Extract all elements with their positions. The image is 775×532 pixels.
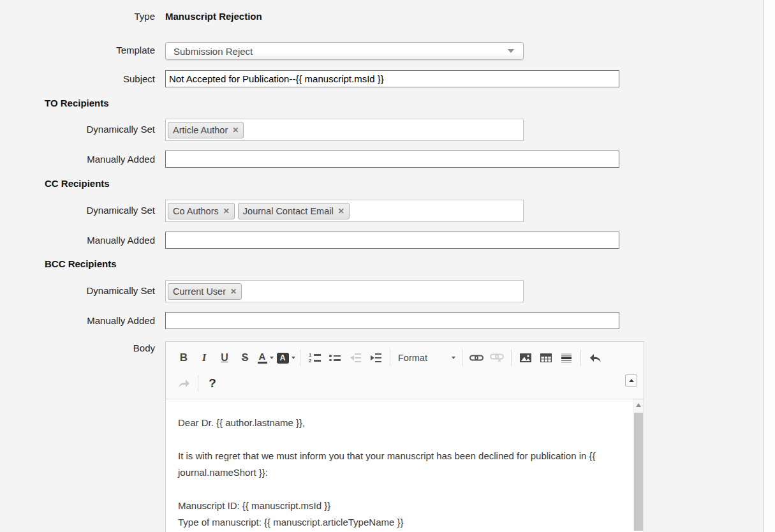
collapse-toolbar-icon (629, 379, 634, 382)
undo-icon (589, 353, 602, 363)
toolbar-separator (462, 350, 462, 366)
format-dropdown[interactable]: Format (394, 348, 458, 367)
cc-dynamic-tagbox[interactable]: Co Authors ✕ Journal Contact Email ✕ (165, 200, 524, 222)
help-button[interactable]: ? (202, 374, 223, 393)
unlink-button[interactable] (487, 348, 507, 367)
page-right-edge (764, 0, 775, 532)
undo-button[interactable] (585, 348, 605, 367)
toolbar-separator (300, 350, 300, 366)
numbered-list-icon: 1 2 (309, 353, 321, 363)
toolbar-row-1: B I U S A A 1 2 (173, 345, 638, 371)
to-manual-label: Manually Added (0, 151, 155, 165)
cc-dynamic-row: Dynamically Set Co Authors ✕ Journal Con… (0, 200, 524, 222)
increase-indent-button[interactable] (365, 348, 386, 367)
remove-tag-icon[interactable]: ✕ (223, 207, 230, 215)
insert-table-button[interactable] (536, 348, 556, 367)
remove-tag-icon[interactable]: ✕ (338, 207, 344, 215)
body-richtext-editor: B I U S A A 1 2 (165, 341, 644, 532)
bcc-manual-row: Manually Added (0, 312, 619, 329)
collapse-toolbar-button[interactable] (625, 374, 637, 387)
redo-icon (178, 379, 190, 388)
numbered-list-button[interactable]: 1 2 (304, 348, 325, 367)
recipient-tag-label: Co Authors (173, 206, 219, 216)
type-value: Manuscript Rejection (165, 11, 262, 22)
editor-toolbar: B I U S A A 1 2 (166, 342, 644, 399)
toolbar-separator (198, 375, 198, 392)
table-icon (540, 353, 552, 362)
subject-input[interactable] (165, 70, 619, 87)
to-recipients-header: TO Recipients (45, 98, 109, 108)
unlink-icon (490, 353, 504, 362)
image-icon (520, 353, 531, 362)
toolbar-row-2: ? (173, 371, 638, 396)
underline-button[interactable]: U (214, 348, 235, 367)
subject-row: Subject (0, 70, 619, 87)
background-color-icon: A (277, 353, 289, 364)
horizontal-rule-icon (561, 353, 572, 363)
bcc-dynamic-label: Dynamically Set (0, 280, 155, 297)
bold-button[interactable]: B (173, 348, 194, 367)
recipient-tag: Journal Contact Email ✕ (238, 203, 350, 219)
cc-dynamic-label: Dynamically Set (0, 200, 155, 216)
chevron-down-icon (452, 357, 455, 359)
subject-label: Subject (0, 70, 155, 85)
chevron-down-icon (292, 357, 295, 359)
body-label: Body (0, 343, 155, 354)
body-line: It is with regret that we must inform yo… (178, 448, 615, 481)
scroll-up-icon (636, 403, 641, 407)
editor-scrollbar[interactable] (633, 399, 644, 531)
bcc-manual-label: Manually Added (0, 312, 155, 327)
to-dynamic-row: Dynamically Set Article Author ✕ (0, 119, 524, 141)
bcc-dynamic-row: Dynamically Set Current User ✕ (0, 280, 524, 302)
body-line: Dear Dr. {{ author.lastname }}, (178, 415, 615, 431)
insert-image-button[interactable] (515, 348, 536, 367)
background-color-button[interactable]: A (276, 348, 296, 367)
template-selected-value: Submission Reject (173, 46, 508, 57)
to-dynamic-tagbox[interactable]: Article Author ✕ (165, 119, 524, 141)
horizontal-rule-button[interactable] (556, 348, 577, 367)
redo-button[interactable] (173, 374, 194, 393)
decrease-indent-button[interactable] (345, 348, 365, 367)
editor-body-text: Dear Dr. {{ author.lastname }}, It is wi… (166, 399, 644, 531)
link-button[interactable] (466, 348, 487, 367)
body-line: Manuscript ID: {{ manuscript.msId }} (178, 498, 615, 514)
strikethrough-button[interactable]: S (235, 348, 255, 367)
recipient-tag-label: Journal Contact Email (243, 206, 334, 216)
body-row-label: Body (0, 343, 155, 354)
to-manual-input[interactable] (165, 151, 619, 168)
type-label: Type (0, 11, 155, 22)
bulleted-list-icon (329, 355, 341, 361)
chevron-down-icon (270, 357, 274, 359)
recipient-tag: Current User ✕ (168, 283, 242, 300)
recipient-tag: Article Author ✕ (168, 122, 244, 138)
link-icon (469, 354, 483, 362)
scrollbar-thumb[interactable] (634, 413, 643, 531)
cc-recipients-header: CC Recipients (45, 178, 110, 189)
body-line: Type of manuscript: {{ manuscript.articl… (178, 514, 615, 531)
template-label: Template (0, 42, 155, 56)
italic-button[interactable]: I (194, 348, 214, 367)
toolbar-separator (511, 350, 512, 366)
template-select[interactable]: Submission Reject (165, 42, 524, 60)
cc-manual-label: Manually Added (0, 232, 155, 246)
text-color-button[interactable]: A (255, 348, 276, 367)
scrollbar-up-button[interactable] (633, 399, 644, 411)
remove-tag-icon[interactable]: ✕ (230, 288, 237, 295)
chevron-down-icon (508, 49, 514, 53)
type-row: Type Manuscript Rejection (0, 11, 262, 22)
bcc-manual-input[interactable] (165, 312, 619, 329)
cc-manual-input[interactable] (165, 232, 619, 249)
decrease-indent-icon (350, 353, 361, 362)
template-row: Template Submission Reject (0, 42, 524, 60)
editor-content-area[interactable]: Dear Dr. {{ author.lastname }}, It is wi… (166, 399, 644, 531)
toolbar-separator (390, 350, 390, 366)
body-line (178, 481, 615, 498)
bcc-recipients-header: BCC Recipients (45, 258, 117, 269)
increase-indent-icon (370, 353, 381, 362)
recipient-tag: Co Authors ✕ (168, 203, 235, 219)
bcc-dynamic-tagbox[interactable]: Current User ✕ (165, 280, 524, 302)
remove-tag-icon[interactable]: ✕ (232, 126, 239, 134)
recipient-tag-label: Article Author (173, 125, 228, 135)
to-dynamic-label: Dynamically Set (0, 119, 155, 135)
bulleted-list-button[interactable] (325, 348, 345, 367)
